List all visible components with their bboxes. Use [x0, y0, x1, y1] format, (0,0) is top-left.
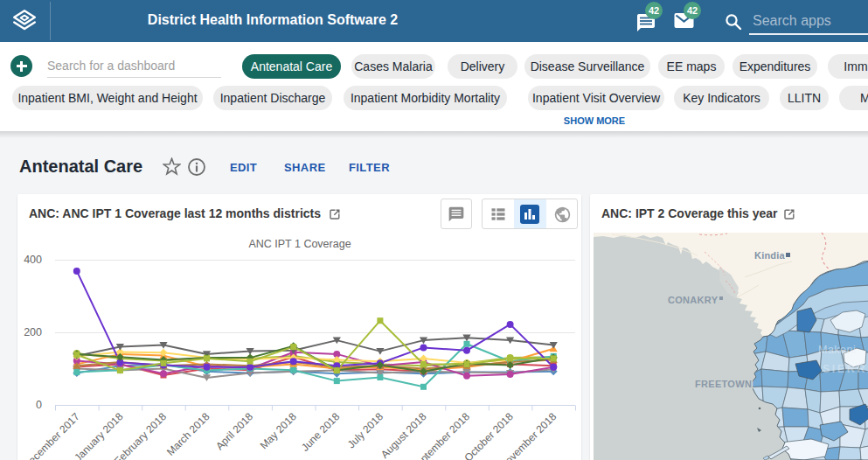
svg-text:400: 400 — [24, 254, 42, 266]
svg-text:200: 200 — [24, 326, 42, 338]
svg-text:Makeni: Makeni — [818, 344, 856, 356]
svg-text:April 2018: April 2018 — [213, 410, 255, 452]
svg-text:CONAKRY: CONAKRY — [668, 295, 719, 305]
svg-text:0: 0 — [36, 399, 42, 411]
svg-text:March 2018: March 2018 — [164, 410, 212, 458]
svg-text:SIERRA: SIERRA — [823, 363, 868, 375]
svg-text:FREETOWN: FREETOWN — [695, 379, 752, 389]
svg-text:December 2017: December 2017 — [21, 410, 83, 460]
svg-text:ANC IPT 1 Coverage: ANC IPT 1 Coverage — [248, 238, 351, 250]
svg-text:May 2018: May 2018 — [258, 410, 299, 451]
svg-text:Kindia: Kindia — [754, 250, 785, 261]
svg-text:June 2018: June 2018 — [299, 410, 343, 454]
svg-text:July 2018: July 2018 — [345, 410, 385, 450]
